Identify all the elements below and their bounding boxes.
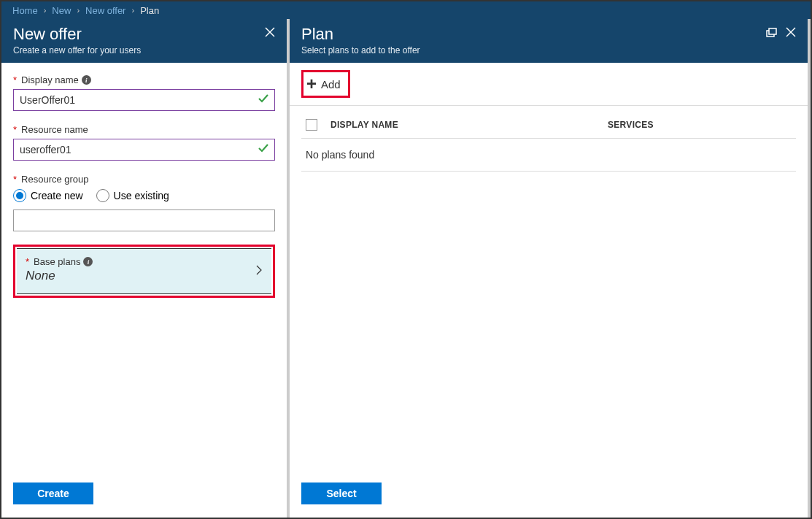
display-name-label: * Display name i — [13, 74, 275, 85]
restore-icon[interactable] — [766, 28, 777, 37]
breadcrumb: Home › New › New offer › Plan — [1, 1, 811, 19]
column-header-display-name[interactable]: DISPLAY NAME — [330, 120, 608, 130]
add-button-highlight: + Add — [301, 70, 350, 98]
resource-group-input[interactable] — [13, 209, 275, 231]
panel-title: New offer — [13, 25, 141, 44]
chevron-right-icon: › — [44, 6, 47, 15]
check-icon — [258, 93, 269, 107]
breadcrumb-link-home[interactable]: Home — [12, 5, 38, 16]
add-button[interactable]: + Add — [303, 72, 348, 96]
breadcrumb-current: Plan — [140, 5, 159, 16]
required-icon: * — [26, 256, 29, 267]
radio-create-new[interactable]: Create new — [13, 189, 83, 202]
toolbar: + Add — [290, 63, 808, 106]
required-icon: * — [13, 174, 17, 185]
base-plans-value: None — [26, 269, 263, 283]
panel-title: Plan — [301, 25, 420, 44]
chevron-right-icon — [255, 264, 263, 279]
empty-state: No plans found — [301, 139, 796, 172]
resource-name-input[interactable] — [13, 139, 275, 161]
breadcrumb-link-new-offer[interactable]: New offer — [85, 5, 125, 16]
create-button[interactable]: Create — [13, 483, 93, 504]
info-icon[interactable]: i — [82, 75, 91, 85]
new-offer-panel: New offer Create a new offer for your us… — [1, 19, 290, 518]
required-icon: * — [13, 124, 17, 135]
breadcrumb-link-new[interactable]: New — [52, 5, 71, 16]
info-icon[interactable]: i — [83, 257, 93, 266]
close-icon[interactable] — [786, 27, 796, 37]
select-all-checkbox[interactable] — [306, 119, 317, 131]
resource-name-label: * Resource name — [13, 124, 275, 135]
base-plans-selector[interactable]: * Base plans i None — [17, 248, 271, 294]
resource-group-label: * Resource group — [13, 174, 275, 185]
panel-header: New offer Create a new offer for your us… — [1, 19, 287, 63]
select-button[interactable]: Select — [301, 483, 382, 504]
panel-subtitle: Select plans to add to the offer — [301, 45, 420, 55]
svg-rect-3 — [769, 28, 776, 34]
chevron-right-icon: › — [131, 6, 134, 15]
column-header-services[interactable]: SERVICES — [608, 120, 796, 130]
panel-header: Plan Select plans to add to the offer — [290, 19, 808, 63]
radio-use-existing[interactable]: Use existing — [96, 189, 169, 202]
base-plans-highlight: * Base plans i None — [13, 245, 275, 298]
table-header-row: DISPLAY NAME SERVICES — [301, 106, 796, 139]
chevron-right-icon: › — [77, 6, 80, 15]
plan-panel: Plan Select plans to add to the offer + … — [290, 19, 811, 518]
close-icon[interactable] — [265, 27, 275, 37]
required-icon: * — [13, 74, 17, 85]
display-name-input[interactable] — [13, 89, 275, 111]
panel-subtitle: Create a new offer for your users — [13, 45, 141, 55]
check-icon — [258, 142, 269, 157]
plus-icon: + — [306, 75, 317, 93]
